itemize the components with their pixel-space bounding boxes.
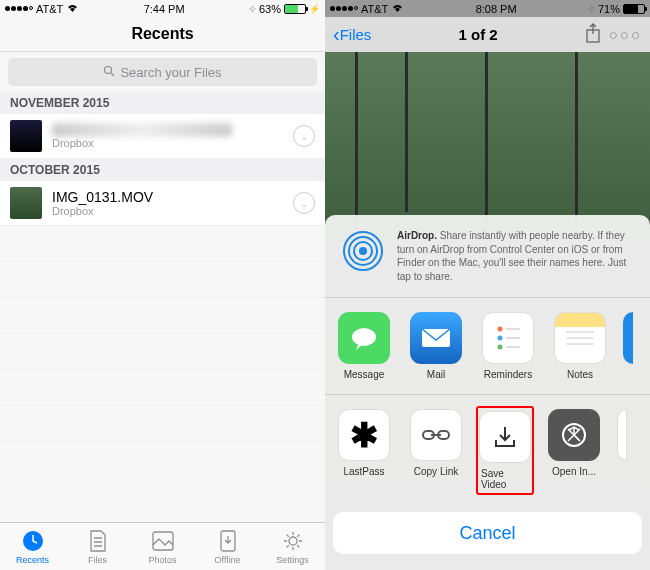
cancel-button[interactable]: Cancel <box>333 512 642 554</box>
file-thumbnail <box>10 187 42 219</box>
battery-pct: 63% <box>259 3 281 15</box>
bluetooth-icon: ⟡ <box>249 2 256 15</box>
share-app-mail[interactable]: Mail <box>407 312 465 380</box>
chevron-down-icon[interactable]: ⌄ <box>293 125 315 147</box>
share-icon[interactable] <box>585 23 601 46</box>
action-more[interactable] <box>617 409 627 492</box>
gear-icon <box>281 529 305 553</box>
action-open-in[interactable]: Open In... <box>545 409 603 492</box>
empty-list <box>0 226 325 442</box>
file-thumbnail <box>10 120 42 152</box>
tab-photos[interactable]: Photos <box>130 523 195 570</box>
clock: 7:44 PM <box>144 3 185 15</box>
file-source: Dropbox <box>52 205 283 217</box>
file-row[interactable]: Dropbox ⌄ <box>0 114 325 159</box>
left-phone: AT&T 7:44 PM ⟡ 63% ⚡ Recents Search your… <box>0 0 325 570</box>
action-copy-link[interactable]: Copy Link <box>407 409 465 492</box>
tab-offline[interactable]: Offline <box>195 523 260 570</box>
svg-point-0 <box>105 66 112 73</box>
tab-settings[interactable]: Settings <box>260 523 325 570</box>
section-header: OCTOBER 2015 <box>0 159 325 181</box>
tab-recents[interactable]: Recents <box>0 523 65 570</box>
share-app-notes[interactable]: Notes <box>551 312 609 380</box>
clock-icon <box>21 529 45 553</box>
share-app-message[interactable]: Message <box>335 312 393 380</box>
message-icon <box>338 312 390 364</box>
right-phone: AT&T 8:08 PM ⟡ 71% ‹ Files 1 of 2 ○○○ <box>325 0 650 570</box>
action-lastpass[interactable]: ✱ LastPass <box>335 409 393 492</box>
reminders-icon <box>482 312 534 364</box>
chevron-down-icon[interactable]: ⌄ <box>293 192 315 214</box>
svg-point-7 <box>359 247 367 255</box>
share-app-more[interactable] <box>623 312 633 380</box>
svg-point-11 <box>352 328 376 346</box>
bluetooth-icon: ⟡ <box>588 2 595 15</box>
share-apps-row: Message Mail Reminders Notes <box>325 298 650 395</box>
svg-point-5 <box>289 537 297 545</box>
back-button[interactable]: ‹ Files <box>333 23 371 46</box>
page-title: Recents <box>0 17 325 52</box>
more-icon[interactable]: ○○○ <box>609 26 642 43</box>
carrier: AT&T <box>36 3 63 15</box>
svg-rect-3 <box>153 532 173 550</box>
share-sheet: AirDrop. Share instantly with people nea… <box>325 215 650 570</box>
battery-icon <box>623 4 645 14</box>
nav-bar: ‹ Files 1 of 2 ○○○ <box>325 17 650 52</box>
svg-point-14 <box>498 336 503 341</box>
search-icon <box>103 65 115 80</box>
status-bar: AT&T 7:44 PM ⟡ 63% ⚡ <box>0 0 325 17</box>
page-counter: 1 of 2 <box>458 26 497 43</box>
svg-line-1 <box>111 73 114 76</box>
offline-icon <box>216 529 240 553</box>
svg-point-15 <box>498 345 503 350</box>
search-input[interactable]: Search your Files <box>8 58 317 86</box>
battery-pct: 71% <box>598 3 620 15</box>
action-save-video[interactable]: Save Video <box>476 406 534 495</box>
wifi-icon <box>66 3 79 15</box>
mail-icon <box>410 312 462 364</box>
file-source: Dropbox <box>52 137 283 149</box>
link-icon <box>410 409 462 461</box>
chevron-left-icon: ‹ <box>333 23 340 46</box>
asterisk-icon: ✱ <box>338 409 390 461</box>
openin-icon <box>548 409 600 461</box>
signal-dots <box>5 6 33 11</box>
notes-icon <box>554 312 606 364</box>
carrier: AT&T <box>361 3 388 15</box>
share-actions-row: ✱ LastPass Copy Link Save Video Open In.… <box>325 395 650 506</box>
clock: 8:08 PM <box>476 3 517 15</box>
airdrop-icon <box>341 229 385 273</box>
file-icon <box>86 529 110 553</box>
share-app-reminders[interactable]: Reminders <box>479 312 537 380</box>
tab-bar: Recents Files Photos Offline Settings <box>0 522 325 570</box>
photo-icon <box>151 529 175 553</box>
file-name: IMG_0131.MOV <box>52 189 283 205</box>
search-placeholder: Search your Files <box>120 65 221 80</box>
charging-icon: ⚡ <box>309 4 320 14</box>
download-icon <box>479 411 531 463</box>
wifi-icon <box>391 3 404 15</box>
tab-files[interactable]: Files <box>65 523 130 570</box>
signal-dots <box>330 6 358 11</box>
file-row[interactable]: IMG_0131.MOV Dropbox ⌄ <box>0 181 325 226</box>
battery-icon <box>284 4 306 14</box>
status-bar: AT&T 8:08 PM ⟡ 71% <box>325 0 650 17</box>
airdrop-section[interactable]: AirDrop. Share instantly with people nea… <box>325 215 650 298</box>
svg-point-13 <box>498 327 503 332</box>
section-header: NOVEMBER 2015 <box>0 92 325 114</box>
file-name-redacted <box>52 123 232 137</box>
airdrop-description: AirDrop. Share instantly with people nea… <box>397 229 634 283</box>
